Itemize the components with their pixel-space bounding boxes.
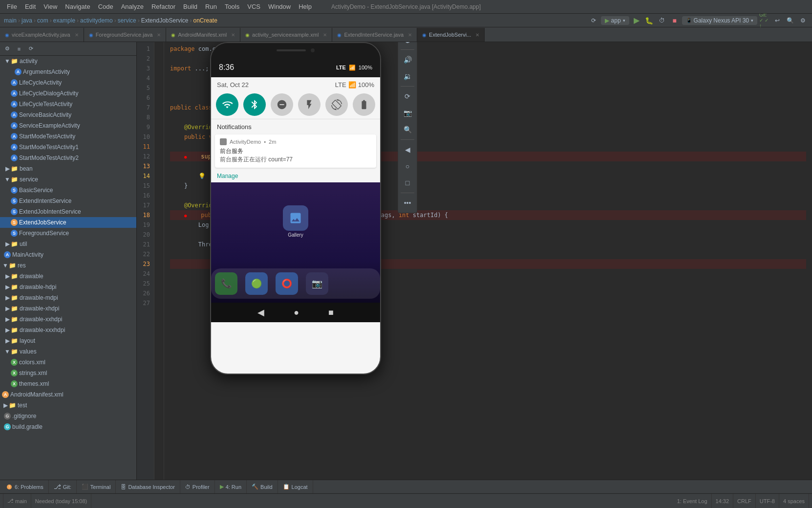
tab-4[interactable]: ◉ ExtendIntentService.java ✕ — [332, 28, 417, 42]
sidebar-item-util[interactable]: ▶ 📁 util — [0, 239, 136, 249]
stop-button[interactable]: ■ — [669, 15, 680, 26]
problems-panel[interactable]: ! 6: Problems — [2, 480, 49, 493]
nav-home-button[interactable]: ● — [294, 308, 299, 318]
run-panel[interactable]: ▶ 4: Run — [215, 480, 247, 493]
git-status[interactable]: ⎇ main — [3, 494, 31, 508]
undo-button[interactable]: ↩ — [772, 15, 783, 26]
sidebar-item-serviceexampleactivity[interactable]: A ServiceExampleActivity — [0, 120, 136, 131]
sidebar-item-drawable-hdpi[interactable]: ▶ 📁 drawable-hdpi — [0, 282, 136, 292]
dock-app2[interactable]: 🟢 — [245, 272, 268, 295]
tab-3-close[interactable]: ✕ — [323, 32, 327, 38]
menu-code[interactable]: Code — [95, 2, 116, 11]
bc-java[interactable]: java — [21, 17, 32, 24]
sidebar-item-mainactivity[interactable]: A MainActivity — [0, 249, 136, 260]
menu-navigate[interactable]: Navigate — [62, 2, 93, 11]
qs-rotate[interactable] — [325, 93, 348, 116]
home-nav-icon[interactable]: ○ — [400, 158, 415, 174]
sidebar-item-bean[interactable]: ▶ 📁 bean — [0, 163, 136, 174]
tab-3[interactable]: ◉ activity_serviceexample.xml ✕ — [240, 28, 332, 42]
indent-status[interactable]: 4 spaces — [779, 494, 809, 508]
sidebar-item-foregroundservice[interactable]: S ForegroundService — [0, 228, 136, 239]
sidebar-item-extendjobintentservice[interactable]: S ExtendJobIntentService — [0, 206, 136, 217]
tab-2-close[interactable]: ✕ — [231, 32, 235, 38]
search-button[interactable]: 🔍 — [785, 15, 795, 26]
sidebar-item-drawable-xxhdpi[interactable]: ▶ 📁 drawable-xxhdpi — [0, 314, 136, 325]
notif-manage-button[interactable]: Manage — [211, 170, 380, 182]
crlf-status[interactable]: CRLF — [733, 494, 756, 508]
power-button[interactable]: ⏻ — [400, 42, 415, 47]
sidebar-item-lifecycleactivity[interactable]: A LifeCycleActivity — [0, 77, 136, 88]
gallery-app-icon[interactable]: Gallery — [283, 205, 308, 238]
bc-oncreate[interactable]: onCreate — [193, 17, 217, 24]
sidebar-item-service[interactable]: ▼ 📁 service — [0, 174, 136, 185]
sidebar-item-basicservice[interactable]: S BasicService — [0, 185, 136, 196]
sidebar-item-gitignore[interactable]: G .gitignore — [0, 411, 136, 421]
tab-0[interactable]: ◉ viceExampleActivity.java ✕ — [0, 28, 84, 42]
tab-1-close[interactable]: ✕ — [157, 32, 161, 38]
sidebar-item-activity[interactable]: ▼ 📁 activity — [0, 56, 136, 66]
settings-gear[interactable]: ⚙ — [797, 15, 808, 26]
git-icon[interactable]: Git: ✓ ✓ ↑ — [759, 15, 770, 26]
recents-nav-icon[interactable]: □ — [400, 175, 415, 191]
menu-analyze[interactable]: Analyze — [118, 2, 147, 11]
sidebar-item-res[interactable]: ▼ 📁 res — [0, 260, 136, 271]
tab-4-close[interactable]: ✕ — [408, 32, 412, 38]
database-inspector-panel[interactable]: 🗄 Database Inspector — [116, 480, 180, 493]
sidebar-item-test[interactable]: ▶ 📁 test — [0, 400, 136, 411]
bc-main[interactable]: main — [4, 17, 17, 24]
logcat-panel[interactable]: 📋 Logcat — [278, 480, 313, 493]
nav-back-button[interactable]: ◀ — [257, 307, 264, 318]
menu-build[interactable]: Build — [180, 2, 200, 11]
sidebar-item-servicebasicactivity[interactable]: A ServiceBasicActivity — [0, 110, 136, 120]
sidebar-item-extendjobservice[interactable]: S ExtendJobService — [0, 217, 136, 228]
event-log-status[interactable]: 1: Event Log — [673, 494, 712, 508]
sidebar-item-themesxml[interactable]: X themes.xml — [0, 378, 136, 389]
sidebar-settings[interactable]: ⚙ — [2, 44, 13, 54]
screenshot-icon[interactable]: 📷 — [400, 105, 415, 121]
volume-down-button[interactable]: 🔉 — [400, 68, 415, 84]
sidebar-item-drawable[interactable]: ▶ 📁 drawable — [0, 271, 136, 282]
profile-button[interactable]: ⏱ — [657, 15, 667, 26]
sidebar-item-layout[interactable]: ▶ 📁 layout — [0, 335, 136, 346]
sidebar-item-values[interactable]: ▼ 📁 values — [0, 346, 136, 357]
bc-service[interactable]: service — [118, 17, 136, 24]
tab-0-close[interactable]: ✕ — [75, 32, 79, 38]
sidebar-item-buildgradle[interactable]: G build.gradle — [0, 421, 136, 432]
sidebar-item-lifecycletestactivity[interactable]: A LifeCycleTestActivity — [0, 99, 136, 110]
device-config[interactable]: 📱 Galaxy Nexus API 30 ▾ — [682, 16, 757, 25]
menu-tools[interactable]: Tools — [222, 2, 242, 11]
nav-recents-button[interactable]: ■ — [328, 308, 334, 318]
sidebar-item-stringsxml[interactable]: X strings.xml — [0, 368, 136, 378]
volume-up-button[interactable]: 🔊 — [400, 52, 415, 67]
menu-run[interactable]: Run — [202, 2, 220, 11]
back-nav-icon[interactable]: ◀ — [400, 142, 415, 157]
sidebar-item-argumentsactivity[interactable]: A ArgumentsActivity — [0, 66, 136, 77]
bc-com[interactable]: com — [37, 17, 48, 24]
dock-phone[interactable]: 📞 — [215, 272, 237, 295]
sidebar-sync[interactable]: ⟳ — [25, 44, 36, 54]
tab-5-close[interactable]: ✕ — [475, 32, 479, 38]
sync-icon[interactable]: ⟳ — [588, 15, 599, 26]
debug-button[interactable]: 🐛 — [644, 15, 655, 26]
qs-flashlight[interactable] — [298, 93, 321, 116]
git-panel[interactable]: ⎇ Git: — [49, 480, 77, 493]
tab-5[interactable]: ◉ ExtendJobServi... ✕ — [417, 28, 485, 42]
sidebar-item-drawable-xhdpi[interactable]: ▶ 📁 drawable-xhdpi — [0, 303, 136, 314]
menu-help[interactable]: Help — [296, 2, 315, 11]
more-options-icon[interactable]: ••• — [400, 195, 415, 211]
menu-edit[interactable]: Edit — [22, 2, 39, 11]
sidebar-item-drawable-mdpi[interactable]: ▶ 📁 drawable-mdpi — [0, 292, 136, 303]
phone-notification-area[interactable]: Sat, Oct 22 LTE 📶 100% — [211, 77, 380, 375]
rotate-icon[interactable]: ⟳ — [400, 88, 415, 104]
bc-extendjobservice[interactable]: ExtendJobService — [141, 17, 189, 24]
charset-status[interactable]: UTF-8 — [756, 494, 779, 508]
menu-window[interactable]: Window — [265, 2, 294, 11]
run-config[interactable]: ▶ app ▾ — [601, 16, 629, 25]
qs-wifi[interactable] — [216, 93, 238, 116]
sidebar-item-startmode2[interactable]: A StartModeTestActivity2 — [0, 153, 136, 163]
sidebar-item-startmode[interactable]: A StartModeTestActivity — [0, 131, 136, 142]
menu-file[interactable]: File — [4, 2, 20, 11]
sidebar-item-lifecycledialogactivity[interactable]: A LifeCycleDialogActivity — [0, 88, 136, 99]
menu-view[interactable]: View — [41, 2, 60, 11]
sidebar-item-startmode1[interactable]: A StartModeTestActivity1 — [0, 142, 136, 153]
